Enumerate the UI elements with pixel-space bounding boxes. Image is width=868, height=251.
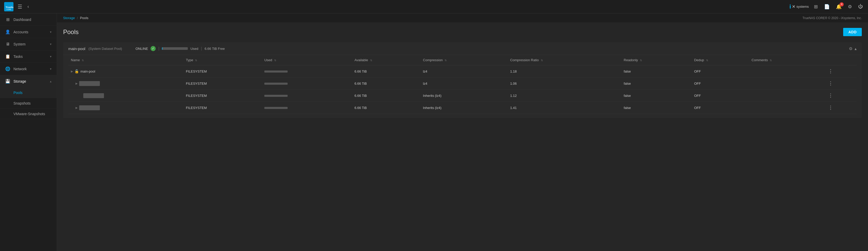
pool-status-area: ONLINE ✓ | Used | 6.66 TiB Free bbox=[135, 46, 225, 51]
col-available[interactable]: Available ⇅ bbox=[352, 55, 420, 65]
cell-used bbox=[262, 89, 352, 102]
dataset-name-blurred bbox=[79, 105, 100, 110]
cell-actions: ⋮ bbox=[826, 102, 857, 114]
sidebar-item-label-accounts: Accounts bbox=[13, 30, 47, 34]
sidebar-item-network[interactable]: 🌐 Network ▾ bbox=[0, 63, 57, 75]
cell-readonly: false bbox=[621, 65, 692, 77]
cell-comments bbox=[749, 89, 826, 102]
pool-used-label: Used bbox=[190, 47, 198, 50]
sidebar-item-storage[interactable]: 💾 Storage ▴ bbox=[0, 75, 57, 87]
sidebar-item-dashboard[interactable]: ⊞ Dashboard bbox=[0, 13, 57, 26]
row-actions-button[interactable]: ⋮ bbox=[828, 68, 833, 74]
expand-arrow[interactable]: ▶ bbox=[71, 70, 73, 73]
pool-tag: (System Dataset Pool) bbox=[89, 47, 122, 50]
catalog-button[interactable]: ⊞ bbox=[813, 3, 819, 10]
table-row: FILESYSTEM6.66 TiBInherits (lz4)1.12fals… bbox=[68, 89, 857, 102]
cell-readonly: false bbox=[621, 102, 692, 114]
changelog-button[interactable]: 📄 bbox=[823, 3, 831, 10]
svg-text:CORE: CORE bbox=[6, 8, 11, 10]
cell-available: 6.66 TiB bbox=[352, 65, 420, 77]
pool-name: main-pool bbox=[68, 46, 85, 51]
row-actions-button[interactable]: ⋮ bbox=[828, 93, 833, 98]
sidebar-item-pools[interactable]: Pools bbox=[0, 87, 57, 98]
power-button[interactable]: ⏻ bbox=[857, 3, 864, 10]
expand-arrow[interactable]: ▶ bbox=[75, 106, 78, 109]
pool-settings-button[interactable]: ⚙ bbox=[849, 46, 852, 51]
sidebar-item-snapshots[interactable]: Snapshots bbox=[0, 98, 57, 109]
col-compression-ratio[interactable]: Compression Ratio ⇅ bbox=[507, 55, 621, 65]
col-comments[interactable]: Comments ⇅ bbox=[749, 55, 826, 65]
breadcrumb-separator: / bbox=[77, 16, 78, 20]
cell-compression: Inherits (lz4) bbox=[420, 89, 507, 102]
cell-type: FILESYSTEM bbox=[183, 102, 262, 114]
accounts-chevron: ▾ bbox=[50, 30, 52, 34]
sidebar-item-accounts[interactable]: 👤 Accounts ▾ bbox=[0, 26, 57, 38]
col-type-sort: ⇅ bbox=[195, 59, 197, 62]
dataset-name-blurred bbox=[83, 93, 104, 98]
col-used-sort: ⇅ bbox=[274, 59, 276, 62]
settings-button[interactable]: ⚙ bbox=[847, 3, 853, 10]
cell-actions: ⋮ bbox=[826, 77, 857, 89]
cell-type: FILESYSTEM bbox=[183, 77, 262, 89]
sidebar-item-label-network: Network bbox=[13, 67, 47, 71]
ix-logo-x: ✕ bbox=[792, 4, 795, 9]
dataset-name-blurred bbox=[79, 81, 100, 86]
sidebar-item-label-system: System bbox=[13, 42, 47, 46]
col-readonly[interactable]: Readonly ⇅ bbox=[621, 55, 692, 65]
row-actions-button[interactable]: ⋮ bbox=[828, 105, 833, 110]
expand-arrow[interactable]: ▶ bbox=[75, 82, 78, 85]
sidebar-sub-label-snapshots: Snapshots bbox=[13, 101, 31, 105]
add-pool-button[interactable]: ADD bbox=[843, 28, 862, 36]
used-bar bbox=[264, 95, 288, 97]
cell-comments bbox=[749, 65, 826, 77]
logo-area: TrueNAS CORE bbox=[4, 2, 13, 11]
cell-available: 6.66 TiB bbox=[352, 77, 420, 89]
pool-collapse-button[interactable]: ▴ bbox=[855, 46, 857, 51]
dashboard-icon: ⊞ bbox=[5, 17, 10, 22]
col-comments-sort: ⇅ bbox=[770, 59, 772, 62]
sidebar-item-tasks[interactable]: 📋 Tasks ▾ bbox=[0, 50, 57, 63]
row-actions-button[interactable]: ⋮ bbox=[828, 80, 833, 86]
col-type[interactable]: Type ⇅ bbox=[183, 55, 262, 65]
cell-compression: lz4 bbox=[420, 77, 507, 89]
col-compression-ratio-sort: ⇅ bbox=[541, 59, 543, 62]
col-compression-sort: ⇅ bbox=[444, 59, 447, 62]
pool-header: main-pool (System Dataset Pool) ONLINE ✓… bbox=[63, 42, 862, 55]
cell-type: FILESYSTEM bbox=[183, 65, 262, 77]
header-right: i ✕ systems ⊞ 📄 🔔 4 ⚙ ⏻ bbox=[789, 3, 864, 10]
col-compression[interactable]: Compression ⇅ bbox=[420, 55, 507, 65]
sidebar-item-label-dashboard: Dashboard bbox=[13, 17, 52, 22]
lock-icon: 🔓 bbox=[74, 69, 79, 73]
col-used[interactable]: Used ⇅ bbox=[262, 55, 352, 65]
system-chevron: ▾ bbox=[50, 42, 52, 46]
sidebar-item-vmware-snapshots[interactable]: VMware-Snapshots bbox=[0, 109, 57, 119]
dataset-name: main-pool bbox=[81, 69, 95, 73]
used-bar bbox=[264, 83, 288, 85]
sidebar-item-system[interactable]: 🖥 System ▾ bbox=[0, 38, 57, 50]
sidebar-item-label-tasks: Tasks bbox=[13, 55, 47, 59]
cell-actions: ⋮ bbox=[826, 65, 857, 77]
pool-separator-2: | bbox=[201, 46, 202, 51]
cell-comments bbox=[749, 102, 826, 114]
back-button[interactable]: ‹ bbox=[26, 3, 30, 10]
breadcrumb-path: Storage / Pools bbox=[63, 16, 89, 20]
notification-badge: 4 bbox=[840, 2, 844, 6]
pool-free-label: 6.66 TiB Free bbox=[205, 47, 225, 50]
sidebar-sub-label-vmware: VMware-Snapshots bbox=[13, 112, 45, 116]
pool-card: main-pool (System Dataset Pool) ONLINE ✓… bbox=[63, 42, 862, 118]
col-name-sort: ⇅ bbox=[82, 59, 84, 62]
cell-type: FILESYSTEM bbox=[183, 89, 262, 102]
ixsystems-logo: i ✕ systems bbox=[789, 3, 809, 10]
breadcrumb-storage[interactable]: Storage bbox=[63, 16, 75, 20]
cell-compression-ratio: 1.18 bbox=[507, 65, 621, 77]
page-header: Pools ADD bbox=[63, 28, 862, 36]
table-body: ▶🔓main-poolFILESYSTEM6.66 TiBlz41.18fals… bbox=[68, 65, 857, 114]
truenas-logo: TrueNAS CORE bbox=[4, 2, 13, 11]
cell-name bbox=[68, 89, 183, 102]
cell-dedup: OFF bbox=[692, 102, 749, 114]
hamburger-button[interactable]: ☰ bbox=[17, 3, 23, 11]
col-name[interactable]: Name ⇅ bbox=[68, 55, 183, 65]
col-dedup[interactable]: Dedup ⇅ bbox=[692, 55, 749, 65]
storage-icon: 💾 bbox=[5, 79, 10, 84]
notifications-button[interactable]: 🔔 4 bbox=[835, 3, 843, 10]
